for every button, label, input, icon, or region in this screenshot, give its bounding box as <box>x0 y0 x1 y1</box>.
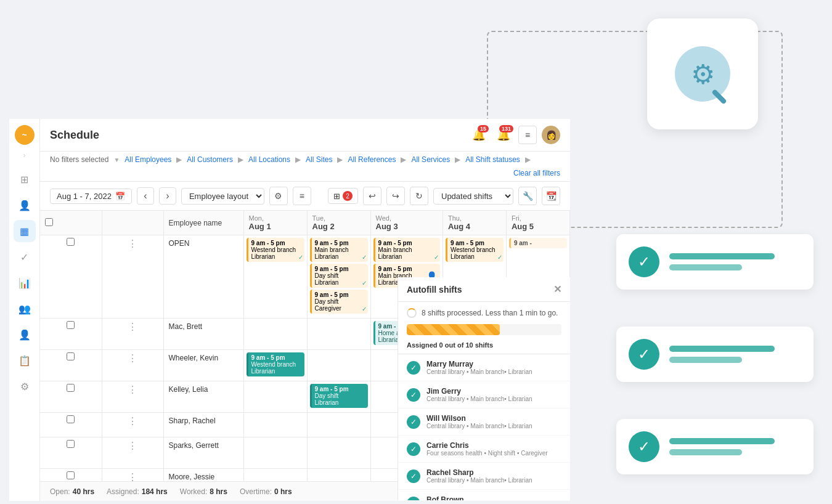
shift-cell-kelley-mon <box>243 381 307 413</box>
shift-block[interactable]: 9 am - 5 pm Main branch Librarian ✓ <box>373 238 440 262</box>
shift-block[interactable]: 9 am - 5 pm Day shift Librarian ✓ <box>310 264 368 288</box>
assignee-check-icon: ✓ <box>407 388 420 402</box>
filter-customers-chevron: ▶ <box>238 155 243 164</box>
shift-block[interactable]: 9 am - 5 pm Westend branch Librarian ✓ <box>446 238 504 262</box>
row-menu-sparks[interactable]: ⋮ <box>102 437 163 469</box>
row-checkbox-sharp[interactable] <box>40 413 102 437</box>
row-menu-wheeler[interactable]: ⋮ <box>102 350 163 381</box>
gear-icon: ⚙ <box>691 59 715 90</box>
row-checkbox-kelley[interactable] <box>40 381 102 413</box>
row-checkbox-wheeler[interactable] <box>40 350 102 381</box>
calendar-add-icon[interactable]: 📆 <box>542 187 560 205</box>
collapse-chevron-icon[interactable]: › <box>23 151 26 160</box>
clear-filters-button[interactable]: Clear all filters <box>513 169 560 177</box>
filter-shift-statuses[interactable]: All Shift statuses <box>465 155 520 164</box>
shift-block[interactable]: 9 am - 5 pm Westend branch Librarian <box>247 352 304 376</box>
check-icon-1: ✓ <box>629 246 659 277</box>
user-avatar[interactable]: 👩 <box>542 126 560 144</box>
shift-block[interactable]: 9 am - <box>509 238 567 248</box>
check-icon-2: ✓ <box>629 339 659 370</box>
date-range-picker[interactable]: Aug 1 - 7, 2022 📅 <box>50 189 132 204</box>
count-badge-button[interactable]: ⊞ 2 <box>328 188 358 204</box>
processing-text: 8 shifts processed. Less than 1 min to g… <box>422 309 558 317</box>
sidebar-item-team[interactable]: 👥 <box>14 298 36 320</box>
list-item[interactable]: ✓ Marry Murray Central library • Main br… <box>398 354 570 381</box>
shift-block[interactable]: 9 am - 5 pm Westend branch Librarian ✓ <box>247 238 304 262</box>
prev-week-button[interactable]: ‹ <box>137 187 154 205</box>
filter-employees[interactable]: All Employees <box>124 155 171 164</box>
shift-check-icon: ✓ <box>362 280 367 287</box>
next-week-button[interactable]: › <box>159 187 176 205</box>
list-item[interactable]: ✓ Will Wilson Central library • Main bra… <box>398 408 570 436</box>
shift-cell-mac-tue <box>307 319 370 350</box>
filter-services[interactable]: All Services <box>411 155 450 164</box>
row-menu-mac[interactable]: ⋮ <box>102 319 163 350</box>
status-open: Open: 40 hrs <box>50 487 94 496</box>
col-thu: Thu, Aug 4 <box>443 211 506 235</box>
shift-check-icon: ✓ <box>434 254 439 261</box>
sidebar-item-profile[interactable]: 👤 <box>14 194 36 216</box>
undo-button[interactable]: ↩ <box>363 187 381 205</box>
sidebar-item-reports[interactable]: 📊 <box>14 272 36 294</box>
wrench-icon[interactable]: 🔧 <box>518 187 537 205</box>
list-item[interactable]: ✓ Bof Brown Central library • Main branc… <box>398 490 570 500</box>
col-tue: Tue, Aug 2 <box>307 211 370 235</box>
filter-customers[interactable]: All Customers <box>187 155 233 164</box>
filter-employees-chevron: ▶ <box>176 155 182 164</box>
checkbox-header[interactable] <box>40 211 102 235</box>
filter-lines-button[interactable]: ≡ <box>293 187 311 205</box>
assigned-label: Assigned <box>407 341 438 349</box>
row-menu-open[interactable]: ⋮ <box>102 235 163 319</box>
filter-locations[interactable]: All Locations <box>248 155 290 164</box>
sidebar-item-schedule[interactable]: ▦ <box>14 220 36 242</box>
filter-sites[interactable]: All Sites <box>306 155 332 164</box>
select-all-checkbox[interactable] <box>45 218 53 226</box>
row-checkbox-open[interactable] <box>40 235 102 319</box>
page-title: Schedule <box>50 129 99 142</box>
sync-button[interactable]: ↻ <box>410 187 428 205</box>
notifications-bell-button[interactable]: 🔔 15 <box>469 125 489 145</box>
autofill-title: Autofill shifts <box>407 285 462 295</box>
row-checkbox-sparks[interactable] <box>40 437 102 469</box>
employee-name-wheeler: Wheeler, Kevin <box>163 350 243 381</box>
shift-block[interactable]: 9 am - 5 pm Day shift Caregiver ✓ <box>310 290 368 314</box>
list-item[interactable]: ✓ Jim Gerry Central library • Main branc… <box>398 381 570 408</box>
shift-check-icon: ✓ <box>362 254 367 261</box>
list-view-button[interactable]: ≡ <box>518 126 537 144</box>
sidebar-item-users[interactable]: 👤 <box>14 323 36 346</box>
filter-locations-chevron: ▶ <box>295 155 301 164</box>
no-filters-label: No filters selected <box>50 155 108 164</box>
list-item[interactable]: ✓ Rachel Sharp Central library • Main br… <box>398 463 570 490</box>
filter-references[interactable]: All References <box>348 155 396 164</box>
layout-select[interactable]: Employee layout Day layout <box>181 188 264 205</box>
schedule-toolbar: Aug 1 - 7, 2022 📅 ‹ › Employee layout Da… <box>40 182 570 211</box>
col-fri: Fri, Aug 5 <box>506 211 569 235</box>
filter-chevron: ▼ <box>113 156 120 163</box>
assignee-check-icon: ✓ <box>407 469 420 483</box>
redo-button[interactable]: ↪ <box>386 187 405 205</box>
view-mode-select[interactable]: Updated shifts All shifts <box>433 188 513 205</box>
sidebar-item-dashboard[interactable]: ⊞ <box>14 168 36 190</box>
calendar-icon: 📅 <box>115 192 125 201</box>
shift-cell-sparks-tue <box>307 437 370 469</box>
list-item[interactable]: ✓ Carrie Chris Four seasons health • Nig… <box>398 436 570 463</box>
sidebar-item-tasks[interactable]: ✓ <box>14 246 36 268</box>
processing-message: 8 shifts processed. Less than 1 min to g… <box>398 302 570 324</box>
assignee-detail: Central library • Main branch• Librarian <box>426 423 532 429</box>
assigned-label: Assigned: <box>107 487 139 496</box>
shift-block[interactable]: 9 am - 5 pm Day shift Librarian <box>310 384 368 408</box>
shift-block[interactable]: 9 am - 5 pm Main branch Librarian ✓ <box>310 238 368 262</box>
settings-icon: ⚙ <box>20 381 29 392</box>
row-menu-kelley[interactable]: ⋮ <box>102 381 163 413</box>
shift-cell-sparks-mon <box>243 437 307 469</box>
notifications-alert-button[interactable]: 🔔 131 <box>494 125 513 145</box>
alert-badge: 131 <box>499 125 513 132</box>
sidebar-item-billing[interactable]: 📋 <box>14 349 36 372</box>
sidebar-item-settings[interactable]: ⚙ <box>14 375 36 397</box>
row-menu-sharp[interactable]: ⋮ <box>102 413 163 437</box>
row-checkbox-mac[interactable] <box>40 319 102 350</box>
autofill-close-button[interactable]: ✕ <box>553 283 561 295</box>
count-badge: 2 <box>343 191 353 201</box>
assignee-info: Carrie Chris Four seasons health • Night… <box>426 441 548 457</box>
settings-gear-button[interactable]: ⚙ <box>269 187 288 205</box>
